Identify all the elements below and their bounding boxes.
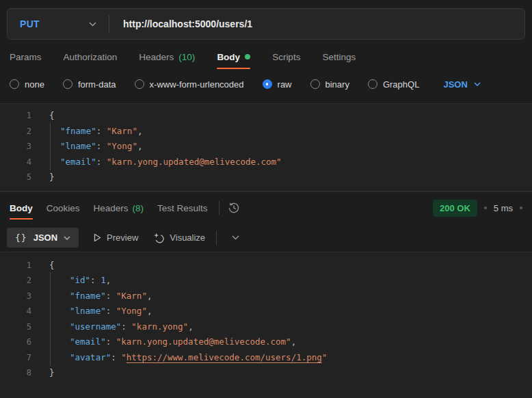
tab-scripts[interactable]: Scripts [272, 41, 300, 72]
response-tab-cookies[interactable]: Cookies [46, 192, 80, 224]
chevron-down-icon [474, 82, 481, 86]
chevron-down-icon [89, 22, 96, 27]
language-dropdown[interactable]: JSON [443, 79, 480, 90]
code-line: 1 { [0, 258, 532, 274]
response-body-viewer: 1 { 2 "id": 1, 3 "fname": "Karn", 4 "lna… [0, 252, 532, 398]
tab-body[interactable]: Body [217, 41, 250, 72]
radio-selected-icon [263, 79, 272, 89]
request-url-bar: PUT http://localhost:5000/users/1 [7, 8, 525, 40]
radio-circle-icon [63, 79, 72, 89]
code-line: 2 "fname": "Karn", [0, 124, 532, 140]
radio-x-www-form-urlencoded[interactable]: x-www-form-urlencoded [135, 79, 244, 90]
radio-circle-icon [368, 79, 377, 89]
code-line: 3 "fname": "Karn", [0, 289, 532, 304]
chevron-down-icon [64, 236, 70, 240]
response-toolbar: {} JSON Preview Visualize [0, 224, 532, 252]
tab-authorization[interactable]: Authorization [64, 41, 118, 72]
body-modified-dot-icon [245, 54, 250, 59]
response-headers-count: (8) [133, 203, 144, 213]
toolbar-divider [216, 231, 217, 245]
code-line: 4 "lname": "Yong", [0, 304, 532, 319]
method-dropdown[interactable]: PUT [8, 9, 109, 39]
code-line: 5 "username": "karn.yong", [0, 319, 532, 335]
code-line: 2 "id": 1, [0, 273, 532, 289]
code-line: 6 "email": "karn.yong.updated@melivecode… [0, 334, 532, 350]
body-type-selector: none form-data x-www-form-urlencoded raw… [0, 72, 532, 96]
response-time[interactable]: 5 ms [494, 203, 513, 213]
status-badge[interactable]: 200 OK [433, 200, 477, 217]
response-tab-headers[interactable]: Headers (8) [94, 192, 144, 224]
method-label: PUT [20, 18, 40, 29]
code-line: 4 "email": "karn.yong.updated@melivecode… [0, 155, 532, 170]
dot-separator-icon [484, 207, 487, 209]
radio-circle-icon [135, 79, 144, 89]
radio-form-data[interactable]: form-data [63, 79, 116, 90]
response-meta: 200 OK 5 ms [433, 192, 522, 224]
code-line: 5 } [0, 170, 532, 185]
code-line: 8 } [0, 365, 532, 381]
request-body-editor[interactable]: 1 { 2 "fname": "Karn", 3 "lname": "Yong"… [0, 103, 532, 191]
history-button[interactable] [228, 192, 240, 224]
tab-params[interactable]: Params [10, 41, 42, 72]
code-line: 3 "lname": "Yong", [0, 139, 532, 155]
response-tab-test-results[interactable]: Test Results [157, 192, 208, 224]
response-format-dropdown[interactable]: {} JSON [7, 228, 79, 248]
code-line: 1 { [0, 108, 532, 124]
avatar-url-link[interactable]: https://www.melivecode.com/users/1.png [127, 352, 322, 362]
play-icon [94, 233, 101, 242]
request-tabs: Params Authorization Headers (10) Body S… [0, 41, 532, 72]
chevron-down-icon [232, 235, 239, 240]
preview-button[interactable]: Preview [94, 233, 138, 243]
radio-raw[interactable]: raw [263, 79, 292, 90]
postman-window: PUT http://localhost:5000/users/1 Params… [0, 0, 532, 398]
response-header: Body Cookies Headers (8) Test Results 20… [0, 191, 532, 224]
radio-binary[interactable]: binary [310, 79, 349, 90]
radio-graphql[interactable]: GraphQL [368, 79, 419, 90]
response-tabs: Body Cookies Headers (8) Test Results [10, 192, 208, 224]
dot-separator-icon [520, 207, 522, 209]
tab-headers[interactable]: Headers (10) [139, 41, 195, 72]
response-tab-body[interactable]: Body [10, 192, 33, 224]
radio-circle-icon [310, 79, 320, 89]
visualize-button[interactable]: Visualize [153, 233, 205, 243]
response-header-divider [219, 201, 220, 215]
visualize-sparkle-icon [153, 233, 164, 243]
history-clock-icon [228, 202, 240, 214]
code-line: 7 "avatar": "https://www.melivecode.com/… [0, 350, 532, 366]
radio-circle-icon [10, 79, 19, 89]
json-braces-icon: {} [15, 233, 27, 243]
url-input[interactable]: http://localhost:5000/users/1 [109, 18, 252, 29]
radio-none[interactable]: none [10, 79, 44, 90]
tab-settings[interactable]: Settings [322, 41, 356, 72]
more-view-options-button[interactable] [232, 235, 239, 240]
headers-count: (10) [178, 52, 195, 62]
